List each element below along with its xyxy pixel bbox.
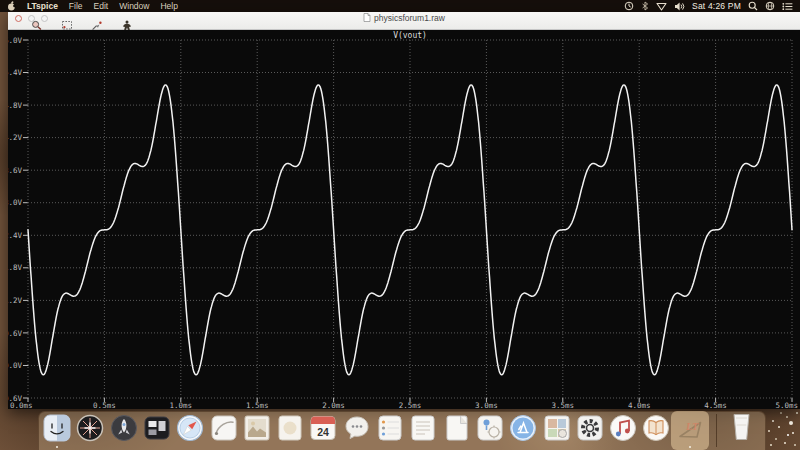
globe-icon[interactable] [765, 1, 775, 11]
dock-icon-findmy[interactable] [475, 413, 505, 443]
mail-icon [242, 413, 272, 443]
dock-icon-trash[interactable] [730, 413, 753, 446]
documents-icon [442, 413, 472, 443]
apple-menu-icon[interactable] [7, 1, 16, 11]
appstore-icon [508, 413, 538, 443]
dock: 24LT [0, 0, 800, 450]
dock-icon-launchpad[interactable] [109, 413, 139, 443]
dock-icon-notes[interactable] [275, 413, 305, 443]
settings-icon [575, 413, 605, 443]
dock-icon-mail[interactable] [242, 413, 272, 443]
menu-left: LTspiceFileEditWindowHelp [7, 0, 178, 12]
dock-icon-books[interactable] [641, 413, 671, 443]
dock-icon-documents[interactable] [442, 413, 472, 443]
dock-icon-music[interactable] [608, 413, 638, 443]
calendar-icon: 24 [308, 413, 338, 443]
dock-icon-finder[interactable] [42, 413, 72, 443]
dock-indicator-finder [56, 446, 58, 448]
menu-ltspice[interactable]: LTspice [27, 0, 58, 12]
dock-icon-textedit[interactable] [408, 413, 438, 443]
dock-icon-safari[interactable] [175, 413, 205, 443]
menu-bar: LTspiceFileEditWindowHelp Sat 4:26 PM [0, 0, 800, 12]
notification-list-icon[interactable] [782, 2, 793, 11]
reminders-icon [375, 413, 405, 443]
menu-edit[interactable]: Edit [94, 0, 109, 12]
findmy-icon [475, 413, 505, 443]
dock-icon-settings[interactable] [575, 413, 605, 443]
trash-icon [730, 413, 753, 442]
notes-icon [275, 413, 305, 443]
dock-icon-preview[interactable] [209, 413, 239, 443]
textedit-icon [408, 413, 438, 443]
launchpad-icon [109, 413, 139, 443]
dock-active-highlight [671, 411, 709, 450]
safari-icon [175, 413, 205, 443]
svg-text:24: 24 [318, 426, 330, 438]
dock-icon-calendar[interactable]: 24 [308, 413, 338, 443]
menu-file[interactable]: File [69, 0, 83, 12]
volume-icon[interactable] [674, 2, 685, 11]
dock-icon-photos[interactable] [542, 413, 572, 443]
menu-window[interactable]: Window [119, 0, 149, 12]
spotlight-icon[interactable] [748, 1, 758, 11]
bluetooth-icon[interactable] [641, 1, 649, 11]
books-icon [641, 413, 671, 443]
dock-icon-reminders[interactable] [375, 413, 405, 443]
menu-status-area: Sat 4:26 PM [624, 0, 793, 12]
photos-icon [542, 413, 572, 443]
finder-icon [42, 413, 72, 443]
dock-icon-messages[interactable] [342, 413, 372, 443]
menu-clock[interactable]: Sat 4:26 PM [692, 0, 741, 12]
mission-control-icon [142, 413, 172, 443]
messages-icon [342, 413, 372, 443]
music-icon [608, 413, 638, 443]
menu-help[interactable]: Help [160, 0, 177, 12]
dock-indicator-ltspice [689, 446, 691, 448]
dock-icon-mission-control[interactable] [142, 413, 172, 443]
clock-icon[interactable] [624, 1, 634, 11]
starburst-app-icon [75, 413, 105, 443]
dock-divider [716, 414, 717, 447]
wifi-icon[interactable] [656, 2, 667, 11]
preview-icon [209, 413, 239, 443]
dock-icon-starburst-app[interactable] [75, 413, 105, 443]
dock-icon-appstore[interactable] [508, 413, 538, 443]
